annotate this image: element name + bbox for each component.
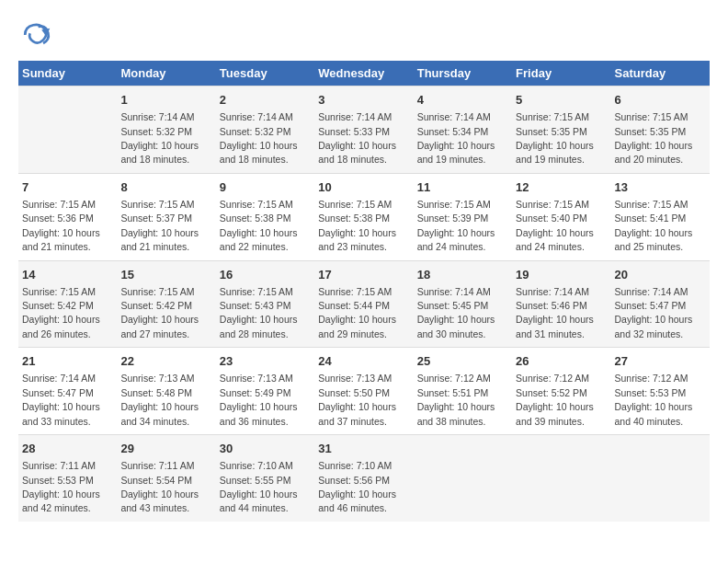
calendar-cell: 7Sunrise: 7:15 AM Sunset: 5:36 PM Daylig… [18,173,117,260]
day-info: Sunrise: 7:14 AM Sunset: 5:46 PM Dayligh… [516,286,594,339]
day-info: Sunrise: 7:13 AM Sunset: 5:49 PM Dayligh… [220,373,298,426]
calendar-cell: 12Sunrise: 7:15 AM Sunset: 5:40 PM Dayli… [512,173,610,260]
day-info: Sunrise: 7:12 AM Sunset: 5:51 PM Dayligh… [417,373,495,426]
day-number: 13 [615,179,706,196]
header-day-friday: Friday [512,61,610,86]
day-number: 3 [318,92,409,109]
day-number: 6 [615,92,706,109]
day-info: Sunrise: 7:15 AM Sunset: 5:39 PM Dayligh… [417,199,495,252]
day-number: 27 [615,353,706,370]
day-number: 5 [516,92,607,109]
calendar-cell: 2Sunrise: 7:14 AM Sunset: 5:32 PM Daylig… [216,86,314,174]
calendar-cell: 16Sunrise: 7:15 AM Sunset: 5:43 PM Dayli… [216,260,314,348]
day-info: Sunrise: 7:13 AM Sunset: 5:50 PM Dayligh… [318,373,396,426]
day-info: Sunrise: 7:12 AM Sunset: 5:52 PM Dayligh… [516,373,594,426]
day-info: Sunrise: 7:15 AM Sunset: 5:44 PM Dayligh… [318,286,396,339]
header-day-thursday: Thursday [414,61,512,86]
calendar-cell: 23Sunrise: 7:13 AM Sunset: 5:49 PM Dayli… [216,348,314,435]
day-number: 30 [220,441,311,457]
calendar-cell: 26Sunrise: 7:12 AM Sunset: 5:52 PM Dayli… [512,348,610,435]
page-header [18,18,710,52]
day-info: Sunrise: 7:15 AM Sunset: 5:41 PM Dayligh… [615,199,693,252]
day-info: Sunrise: 7:15 AM Sunset: 5:35 PM Dayligh… [615,111,693,165]
header-day-saturday: Saturday [611,61,710,86]
calendar-cell: 3Sunrise: 7:14 AM Sunset: 5:33 PM Daylig… [314,86,413,174]
day-number: 17 [318,267,409,283]
calendar-cell: 19Sunrise: 7:14 AM Sunset: 5:46 PM Dayli… [512,260,610,348]
day-number: 10 [318,179,409,196]
calendar-week-row: 14Sunrise: 7:15 AM Sunset: 5:42 PM Dayli… [18,260,710,348]
day-number: 7 [22,179,113,196]
day-number: 9 [220,179,311,196]
header-day-tuesday: Tuesday [216,61,314,86]
day-number: 14 [22,267,113,283]
day-number: 26 [516,353,607,370]
logo [18,18,57,52]
calendar-cell: 22Sunrise: 7:13 AM Sunset: 5:48 PM Dayli… [117,348,215,435]
calendar-week-row: 28Sunrise: 7:11 AM Sunset: 5:53 PM Dayli… [18,435,710,522]
calendar-week-row: 21Sunrise: 7:14 AM Sunset: 5:47 PM Dayli… [18,348,710,435]
calendar-cell [414,435,512,522]
calendar-cell: 8Sunrise: 7:15 AM Sunset: 5:37 PM Daylig… [117,173,215,260]
day-info: Sunrise: 7:15 AM Sunset: 5:36 PM Dayligh… [22,199,100,252]
calendar-cell [611,435,710,522]
calendar-cell: 1Sunrise: 7:14 AM Sunset: 5:32 PM Daylig… [117,86,215,174]
day-info: Sunrise: 7:15 AM Sunset: 5:38 PM Dayligh… [220,199,298,252]
day-info: Sunrise: 7:13 AM Sunset: 5:48 PM Dayligh… [120,373,199,426]
day-info: Sunrise: 7:14 AM Sunset: 5:33 PM Dayligh… [318,111,396,165]
day-info: Sunrise: 7:15 AM Sunset: 5:42 PM Dayligh… [120,286,199,339]
day-number: 23 [220,353,311,370]
calendar-cell: 4Sunrise: 7:14 AM Sunset: 5:34 PM Daylig… [414,86,512,174]
calendar-cell: 6Sunrise: 7:15 AM Sunset: 5:35 PM Daylig… [611,86,710,174]
calendar-cell: 15Sunrise: 7:15 AM Sunset: 5:42 PM Dayli… [117,260,215,348]
day-info: Sunrise: 7:11 AM Sunset: 5:54 PM Dayligh… [120,460,199,513]
calendar-cell: 30Sunrise: 7:10 AM Sunset: 5:55 PM Dayli… [216,435,314,522]
calendar-cell: 29Sunrise: 7:11 AM Sunset: 5:54 PM Dayli… [117,435,215,522]
calendar-week-row: 1Sunrise: 7:14 AM Sunset: 5:32 PM Daylig… [18,86,710,174]
day-info: Sunrise: 7:15 AM Sunset: 5:38 PM Dayligh… [318,199,396,252]
calendar-cell: 14Sunrise: 7:15 AM Sunset: 5:42 PM Dayli… [18,260,117,348]
calendar-cell: 18Sunrise: 7:14 AM Sunset: 5:45 PM Dayli… [414,260,512,348]
day-info: Sunrise: 7:15 AM Sunset: 5:43 PM Dayligh… [220,286,298,339]
day-info: Sunrise: 7:14 AM Sunset: 5:32 PM Dayligh… [120,111,199,165]
calendar-cell: 5Sunrise: 7:15 AM Sunset: 5:35 PM Daylig… [512,86,610,174]
day-info: Sunrise: 7:14 AM Sunset: 5:47 PM Dayligh… [22,373,100,426]
logo-icon [18,18,51,52]
day-number: 22 [120,353,211,370]
day-info: Sunrise: 7:15 AM Sunset: 5:42 PM Dayligh… [22,286,100,339]
day-number: 4 [417,92,508,109]
calendar-cell: 25Sunrise: 7:12 AM Sunset: 5:51 PM Dayli… [414,348,512,435]
calendar-cell: 9Sunrise: 7:15 AM Sunset: 5:38 PM Daylig… [216,173,314,260]
day-info: Sunrise: 7:10 AM Sunset: 5:55 PM Dayligh… [220,460,298,513]
day-info: Sunrise: 7:15 AM Sunset: 5:40 PM Dayligh… [516,199,594,252]
calendar-cell: 20Sunrise: 7:14 AM Sunset: 5:47 PM Dayli… [611,260,710,348]
day-number: 18 [417,267,508,283]
header-day-sunday: Sunday [18,61,117,86]
day-number: 21 [22,353,113,370]
calendar-cell: 28Sunrise: 7:11 AM Sunset: 5:53 PM Dayli… [18,435,117,522]
day-number: 29 [120,441,211,457]
calendar-week-row: 7Sunrise: 7:15 AM Sunset: 5:36 PM Daylig… [18,173,710,260]
day-info: Sunrise: 7:14 AM Sunset: 5:34 PM Dayligh… [417,111,495,165]
day-number: 19 [516,267,607,283]
calendar-table: SundayMondayTuesdayWednesdayThursdayFrid… [18,61,710,522]
day-info: Sunrise: 7:12 AM Sunset: 5:53 PM Dayligh… [615,373,693,426]
calendar-cell: 27Sunrise: 7:12 AM Sunset: 5:53 PM Dayli… [611,348,710,435]
calendar-cell: 13Sunrise: 7:15 AM Sunset: 5:41 PM Dayli… [611,173,710,260]
day-info: Sunrise: 7:10 AM Sunset: 5:56 PM Dayligh… [318,460,396,513]
calendar-cell [18,86,117,174]
day-info: Sunrise: 7:14 AM Sunset: 5:47 PM Dayligh… [615,286,693,339]
day-number: 8 [120,179,211,196]
day-number: 28 [22,441,113,457]
calendar-cell: 21Sunrise: 7:14 AM Sunset: 5:47 PM Dayli… [18,348,117,435]
day-number: 31 [318,441,409,457]
day-number: 12 [516,179,607,196]
day-number: 25 [417,353,508,370]
day-number: 24 [318,353,409,370]
day-number: 15 [120,267,211,283]
calendar-header-row: SundayMondayTuesdayWednesdayThursdayFrid… [18,61,710,86]
day-info: Sunrise: 7:11 AM Sunset: 5:53 PM Dayligh… [22,460,100,513]
day-number: 1 [120,92,211,109]
header-day-monday: Monday [117,61,215,86]
calendar-cell [512,435,610,522]
